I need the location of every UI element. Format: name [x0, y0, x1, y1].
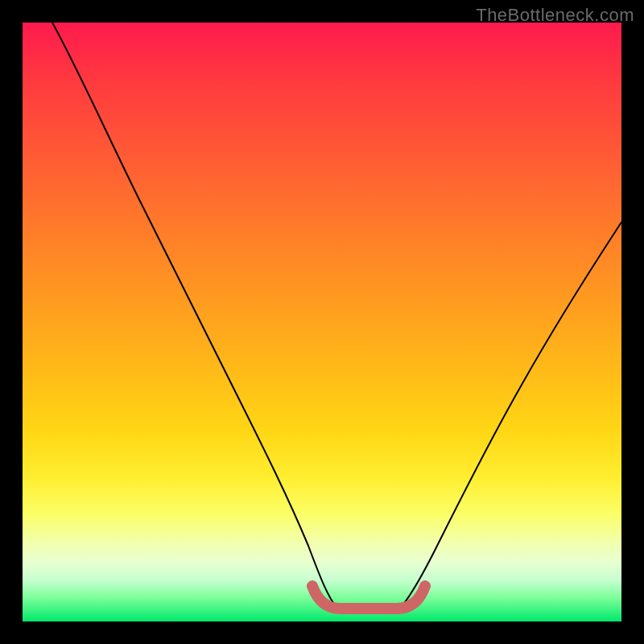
- plot-area: [23, 23, 621, 621]
- chart-frame: TheBottleneck.com: [0, 0, 644, 644]
- watermark-text: TheBottleneck.com: [476, 5, 634, 26]
- bottleneck-curve: [52, 23, 621, 607]
- chart-svg: [23, 23, 621, 621]
